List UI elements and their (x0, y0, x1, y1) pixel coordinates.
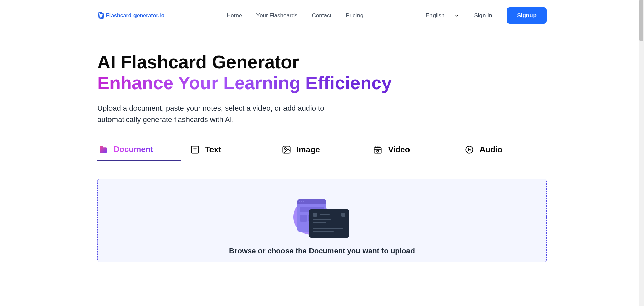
signin-link[interactable]: Sign In (474, 12, 492, 19)
header: Flashcard-generator.io Home Your Flashca… (97, 0, 547, 31)
image-icon (282, 145, 291, 154)
hero-section: AI Flashcard Generator Enhance Your Lear… (97, 31, 547, 262)
tab-document-label: Document (114, 145, 153, 154)
chevron-down-icon (454, 13, 459, 18)
tab-image[interactable]: Image (280, 141, 364, 161)
upload-illustration (293, 199, 351, 240)
document-icon (99, 145, 108, 154)
logo[interactable]: Flashcard-generator.io (97, 12, 165, 19)
text-icon (190, 145, 200, 154)
header-right: English Sign In Signup (426, 7, 547, 24)
tab-image-label: Image (297, 145, 320, 154)
tab-video[interactable]: Video (372, 141, 455, 161)
input-type-tabs: Document Text Image (97, 141, 547, 161)
nav-your-flashcards[interactable]: Your Flashcards (256, 12, 297, 19)
svg-point-4 (284, 148, 286, 149)
hero-subtitle: Upload a document, paste your notes, sel… (97, 103, 351, 125)
audio-icon (465, 145, 474, 154)
scrollbar-thumb[interactable] (639, 0, 643, 41)
nav-home[interactable]: Home (227, 12, 242, 19)
hero-title-line1: AI Flashcard Generator (97, 52, 299, 72)
logo-icon (97, 12, 105, 19)
video-icon (373, 145, 382, 154)
language-label: English (426, 12, 445, 19)
hero-title-line2: Enhance Your Learning Efficiency (97, 72, 392, 93)
nav-pricing[interactable]: Pricing (346, 12, 363, 19)
svg-point-6 (377, 150, 379, 152)
tab-audio[interactable]: Audio (463, 141, 547, 161)
signup-button[interactable]: Signup (507, 7, 547, 24)
language-select[interactable]: English (426, 12, 460, 19)
tab-text-label: Text (205, 145, 221, 154)
hero-title: AI Flashcard Generator Enhance Your Lear… (97, 51, 547, 93)
main-nav: Home Your Flashcards Contact Pricing (227, 12, 363, 19)
tab-text[interactable]: Text (189, 141, 272, 161)
tab-video-label: Video (388, 145, 410, 154)
tab-document[interactable]: Document (97, 141, 181, 161)
upload-dropzone[interactable]: Browse or choose the Document you want t… (97, 179, 547, 262)
tab-audio-label: Audio (479, 145, 502, 154)
logo-text: Flashcard-generator.io (106, 12, 165, 19)
upload-prompt: Browse or choose the Document you want t… (104, 247, 540, 255)
nav-contact[interactable]: Contact (312, 12, 332, 19)
